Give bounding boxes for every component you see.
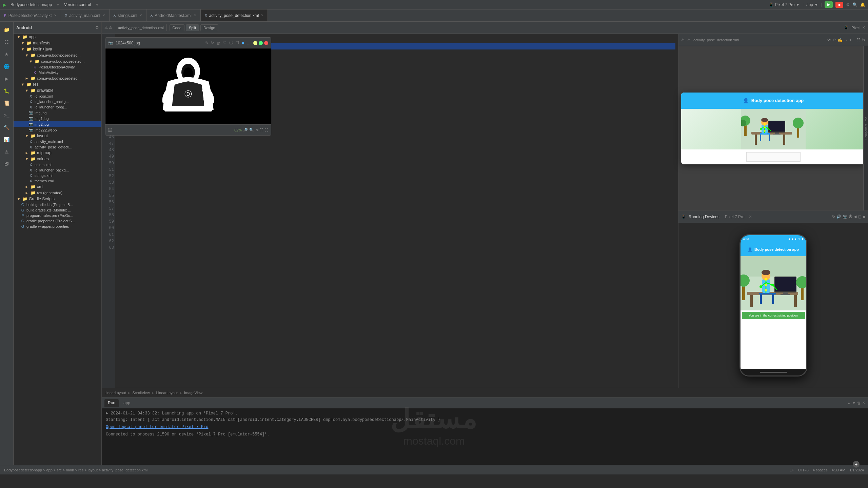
tab-close-strings[interactable]: ✕ — [139, 14, 142, 17]
scroll-down-icon[interactable]: ▼ — [852, 401, 856, 405]
grid-icon[interactable]: ☷ — [260, 128, 263, 132]
tree-item-img222[interactable]: 📷 img222.webp — [14, 127, 101, 133]
tree-item-app[interactable]: ▼ 📁 app — [14, 34, 101, 40]
tab-close-main[interactable]: ✕ — [102, 14, 105, 17]
encoding-label[interactable]: UTF-8 — [798, 468, 809, 472]
more-icon[interactable]: … — [247, 41, 251, 45]
recent-icon[interactable]: ◆ — [863, 215, 865, 219]
add-icon[interactable]: + — [849, 38, 852, 42]
refresh-icon[interactable]: ↻ — [862, 38, 865, 42]
project-icon[interactable]: 📁 — [1, 24, 12, 35]
back-icon[interactable]: ◀ — [854, 215, 856, 219]
screenshot-icon[interactable]: 📷 — [843, 215, 847, 219]
tree-item-pkg2[interactable]: ▼ 📁 com.aya.bodyposedetec... — [14, 58, 101, 64]
minus-icon[interactable]: − — [853, 38, 855, 42]
copy-icon[interactable]: ❐ — [236, 41, 239, 45]
tree-item-gradle-scripts[interactable]: ▼ 📁 Gradle Scripts — [14, 196, 101, 202]
tree-item-img1[interactable]: 📷 img1.jpg — [14, 116, 101, 121]
rotate-device-icon[interactable]: ↻ — [832, 215, 835, 219]
stop-button[interactable]: ■ — [835, 2, 843, 8]
eye-icon[interactable]: 👁 — [827, 38, 831, 42]
tree-item-ic-icon[interactable]: X ic_icon.xml — [14, 94, 101, 99]
tree-item-res[interactable]: ▼ 📁 res — [14, 81, 101, 87]
tree-item-ic-launcher-bg2[interactable]: X ic_launcher_backg... — [14, 167, 101, 173]
color-icon[interactable]: ■ — [242, 41, 244, 45]
tree-item-img[interactable]: 📷 img.jpg — [14, 110, 101, 116]
profiler-icon[interactable]: 📊 — [1, 134, 12, 145]
run-button[interactable]: ▶ — [825, 1, 833, 8]
project-settings-btn[interactable]: ⚙ — [95, 25, 99, 30]
sdk-selector[interactable]: app ▼ — [806, 2, 818, 7]
tree-item-ic-launcher-bg[interactable]: X ic_launcher_backg... — [14, 99, 101, 104]
cursor-icon[interactable]: ↶ — [833, 38, 836, 42]
zoom-in-icon[interactable]: 🔍 — [249, 128, 254, 132]
breadcrumb-imageview[interactable]: ImageView — [184, 391, 202, 395]
hand-icon[interactable]: ✍ — [837, 38, 843, 42]
tab-main-xml[interactable]: X activity_main.xml ✕ — [61, 9, 110, 21]
rotate-icon[interactable]: ↻ — [211, 41, 214, 45]
zoom-out-icon[interactable]: 🔎 — [243, 128, 248, 132]
tree-item-gradle-wrapper[interactable]: G gradle-wrapper.properties — [14, 224, 101, 229]
delete-icon[interactable]: 🗑 — [217, 41, 220, 45]
app-name[interactable]: Bodyposedetectionapp — [11, 2, 52, 7]
tab-close-pose[interactable]: ✕ — [54, 14, 57, 17]
tab-pose-activity[interactable]: K PoseDetectionActivity.kt ✕ — [0, 9, 61, 21]
run-icon[interactable]: ▶ — [1, 73, 12, 84]
pixel-label[interactable]: Pixel — [851, 26, 860, 30]
tree-item-values[interactable]: ▼ 📁 values — [14, 156, 101, 162]
volume-icon[interactable]: 🔊 — [836, 215, 841, 219]
minimize-button[interactable] — [253, 41, 257, 45]
tab-close-pose-xml[interactable]: ✕ — [261, 14, 263, 17]
tab-manifest[interactable]: X AndroidManifest.xml ✕ — [146, 9, 201, 21]
breadcrumb-scrollview[interactable]: ScrollView — [133, 391, 150, 395]
design-view-btn[interactable]: Design — [200, 24, 218, 31]
tab-pose-detection-xml[interactable]: X activity_pose_detection.xml ✕ — [201, 9, 268, 21]
tree-item-manifests[interactable]: ▼ 📁 manifests — [14, 40, 101, 46]
logcat-link[interactable]: Open logcat panel for emulator Pixel 7 P… — [106, 425, 208, 429]
tab-strings[interactable]: X strings.xml ✕ — [110, 9, 146, 21]
problems-icon[interactable]: ⚠ — [1, 146, 12, 157]
maximize-button[interactable] — [259, 41, 263, 45]
search-icon[interactable]: 🔍 — [852, 2, 857, 7]
notification-icon[interactable]: 🔔 — [860, 2, 865, 7]
tree-item-drawable[interactable]: ▼ 📁 drawable — [14, 87, 101, 94]
tree-item-xml[interactable]: ► 📁 xml — [14, 184, 101, 190]
tree-item-pkg1[interactable]: ▼ 📁 com.aya.bodyposedetec... — [14, 52, 101, 58]
breadcrumb-linearlayout2[interactable]: LinearLayout — [156, 391, 178, 395]
indent-label[interactable]: 4 spaces — [813, 468, 828, 472]
line-ending-label[interactable]: LF — [790, 468, 794, 472]
fit-icon[interactable]: ⇲ — [255, 128, 258, 132]
tree-item-activity-pose-xml[interactable]: X activity_pose_detecti... — [14, 144, 101, 150]
tree-item-colors[interactable]: X colors.xml — [14, 162, 101, 167]
tree-item-activity-main-xml[interactable]: X activity_main.xml — [14, 139, 101, 144]
tree-item-res-generated[interactable]: ► 📁 res (generated) — [14, 190, 101, 196]
settings-icon[interactable]: ⚙ — [846, 2, 850, 7]
tree-item-pose-activity[interactable]: K PoseDetectionActivity — [14, 64, 101, 70]
tree-item-img2[interactable]: 📷 img2.jpg — [14, 121, 101, 127]
fullscreen-icon[interactable]: ⛶ — [264, 128, 268, 132]
build-icon[interactable]: 🔨 — [1, 122, 12, 133]
breadcrumb-linearlayout[interactable]: LinearLayout — [104, 391, 126, 395]
power-icon[interactable]: ⏻ — [849, 215, 852, 219]
database-icon[interactable]: 🗗 — [1, 159, 12, 169]
layout-icon[interactable]: ☷ — [857, 38, 861, 42]
scroll-up-icon[interactable]: ▲ — [847, 401, 851, 405]
device-close-icon[interactable]: ✕ — [749, 215, 752, 219]
resize-icon[interactable]: ↔ — [844, 38, 848, 42]
tree-item-build-gradle-module[interactable]: G build.gradle.kts (Module: ... — [14, 207, 101, 213]
tree-item-gradle-props[interactable]: G gradle.properties (Project S... — [14, 218, 101, 224]
tree-item-layout[interactable]: ▼ 📁 layout — [14, 133, 101, 139]
version-control-menu[interactable]: Version control — [64, 2, 91, 7]
run-tab[interactable]: Run — [104, 399, 119, 407]
tree-item-pkg3[interactable]: ► 📁 com.aya.bodyposedetec... — [14, 75, 101, 81]
device-selector[interactable]: 📱 Pixel 7 Pro ▼ — [769, 2, 800, 7]
terminal-icon[interactable]: >_ — [1, 110, 12, 121]
git-icon[interactable]: 🌐 — [1, 61, 12, 72]
app-tab[interactable]: app — [120, 399, 134, 407]
tree-item-kotlin[interactable]: ▼ 📁 kotlin+java — [14, 46, 101, 52]
debug-icon[interactable]: 🐛 — [1, 85, 12, 96]
tree-item-mipmap[interactable]: ► 📁 mipmap — [14, 150, 101, 156]
code-editor[interactable]: 3132333435 3637383940 4142434445 4647484… — [102, 34, 678, 388]
tab-close-manifest[interactable]: ✕ — [194, 14, 196, 17]
edit-icon[interactable]: ✎ — [205, 41, 208, 45]
